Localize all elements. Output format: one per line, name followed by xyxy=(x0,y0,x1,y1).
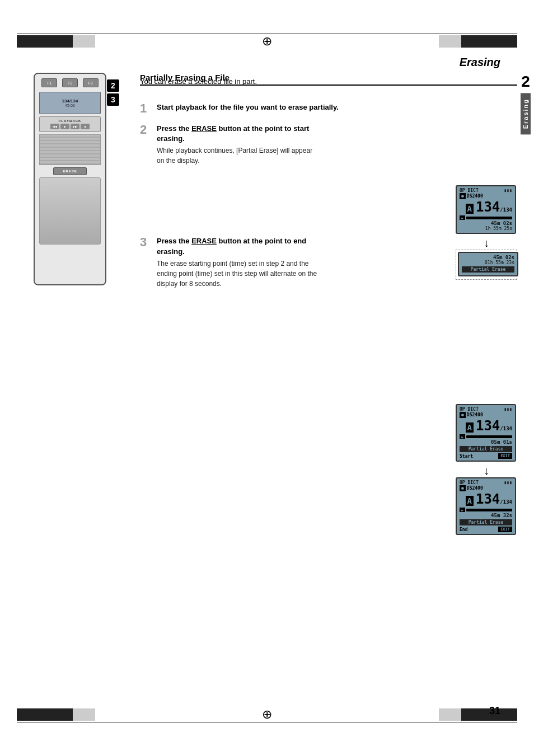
lcd-battery-1: ▮▮▮ xyxy=(504,188,512,193)
main-content: Partially Erasing a File 2 3 F1 F2 F8 13… xyxy=(17,73,517,706)
header-crosshair xyxy=(259,34,275,49)
erase-keyword-2: ERASE xyxy=(191,124,217,133)
step-3-number: 3 xyxy=(140,236,151,248)
checker-block xyxy=(439,708,450,721)
lcd-folder-letter-3: A xyxy=(466,496,474,506)
device-top-buttons: F1 F2 F8 xyxy=(35,74,105,90)
step-3-title: Press the ERASE button at the point to e… xyxy=(157,236,319,256)
lcd-folder-box-1: ● xyxy=(460,193,466,199)
lcd-device-1: DS2400 xyxy=(467,194,483,199)
lcd-time-4: 45m 32s xyxy=(460,513,512,518)
step-3-desc: The erase starting point (time) set in s… xyxy=(157,259,319,289)
arrow-down-2: ↓ xyxy=(456,465,517,476)
lcd-time-2: 1h 55m 25s xyxy=(460,226,512,231)
lcd-indicator-3: ▶ xyxy=(460,508,512,512)
page-number: 31 xyxy=(489,705,500,717)
lcd-folder-letter-2: A xyxy=(466,422,474,433)
header-bar xyxy=(17,34,517,49)
lcd-screen-2: OP DICT ▮▮▮ ● DS2400 A 134 /134 xyxy=(456,404,516,462)
step-2-content: Press the ERASE button at the point to s… xyxy=(157,124,319,166)
device-badge-2: 2 xyxy=(107,79,119,92)
chapter-sidebar: 2 Erasing xyxy=(517,73,534,706)
right-column: You can erase a selected file in part. 1… xyxy=(140,73,517,298)
step-1-number: 1 xyxy=(140,102,151,115)
checker-block xyxy=(84,35,95,48)
device-container: 2 3 F1 F2 F8 134/134 45:02 PLAY xyxy=(22,73,118,308)
playback-label: PLAYBACK xyxy=(42,119,98,123)
device-btn-f1: F1 xyxy=(41,78,57,87)
checker-block xyxy=(73,708,84,721)
lcd-time-val-2: 1h 55m 25s xyxy=(485,226,512,231)
step-3-displays: OP DICT ▮▮▮ ● DS2400 A 134 /134 xyxy=(456,404,517,538)
lcd-number-2: 134 xyxy=(476,418,500,434)
checker-block xyxy=(506,35,517,48)
step-1: 1 Start playback for the file you want t… xyxy=(140,102,517,115)
lcd-folder-box-3: ● xyxy=(460,485,466,491)
lcd-number-3: 134 xyxy=(476,491,500,507)
step-2-number: 2 xyxy=(140,124,151,136)
lcd-time-3: 05m 01s xyxy=(460,439,512,445)
checker-block xyxy=(17,35,28,48)
lcd-screen-3: OP DICT ▮▮▮ ● DS2400 A 134 /134 xyxy=(456,477,516,535)
lcd-start-row: Start EXIT xyxy=(460,453,512,459)
checker-block xyxy=(28,35,39,48)
ctrl-play: ▶ xyxy=(60,124,69,129)
lcd-op-dict-1: OP DICT xyxy=(460,188,479,193)
lcd-indicator-2: ▶ xyxy=(460,434,512,439)
lcd-top-row-3: OP DICT ▮▮▮ xyxy=(460,480,512,485)
intro-text: You can erase a selected file in part. xyxy=(140,77,517,86)
lcd-indicator-box-1: ▶ xyxy=(460,215,465,220)
device-erase-button: ERASE xyxy=(53,167,87,175)
checker-block xyxy=(495,35,506,48)
lcd-progress-2 xyxy=(466,435,512,438)
step-3-content: Press the ERASE button at the point to e… xyxy=(157,236,319,288)
checker-block xyxy=(472,35,484,48)
lcd-time-val-1: 45m 02s xyxy=(491,220,512,226)
left-column: 2 3 F1 F2 F8 134/134 45:02 PLAY xyxy=(17,73,129,706)
lcd-indicator-1: ▶ xyxy=(460,215,512,220)
device-btn-f8: F8 xyxy=(83,78,99,87)
checker-block xyxy=(73,35,84,48)
lcd-start-label: Start xyxy=(460,454,473,459)
checker-block xyxy=(39,708,50,721)
ctrl-stop: ■ xyxy=(81,124,90,129)
lcd-total-3: /134 xyxy=(500,499,512,505)
lcd-op-dict-2: OP DICT xyxy=(460,407,479,412)
checker-block xyxy=(450,35,461,48)
lcd-end-label: End xyxy=(460,527,467,532)
chapter-text-vertical: Erasing xyxy=(521,93,531,134)
checker-block xyxy=(428,708,439,721)
lcd-exit-btn-1: EXIT xyxy=(498,453,512,459)
lcd-screen-1: OP DICT ▮▮▮ ● DS2400 A 134 /134 xyxy=(456,185,516,234)
device-screen: 134/134 45:02 xyxy=(39,92,101,114)
device-bottom xyxy=(39,177,101,245)
checker-block xyxy=(506,708,517,721)
ctrl-ff: ▶▶ xyxy=(71,124,79,129)
lcd-end-row: End EXIT xyxy=(460,527,512,532)
device-body: 2 3 F1 F2 F8 134/134 45:02 PLAY xyxy=(34,73,106,285)
checker-block xyxy=(484,35,495,48)
checker-block xyxy=(461,708,472,721)
step-2-desc: While playback continues, [Partial Erase… xyxy=(157,145,319,166)
checker-block xyxy=(62,35,73,48)
checker-block xyxy=(450,708,461,721)
lcd-total-2: /134 xyxy=(500,426,512,431)
device-grid xyxy=(39,134,101,165)
lcd-top-row-1: OP DICT ▮▮▮ xyxy=(460,188,512,193)
lcd-folder-box-2: ● xyxy=(460,412,466,418)
lcd-device-2: DS2400 xyxy=(467,412,483,417)
erase-keyword-3: ERASE xyxy=(191,237,217,245)
checker-block xyxy=(50,35,62,48)
step-2: 2 Press the ERASE button at the point to… xyxy=(140,124,517,166)
device-playback-section: PLAYBACK ◀◀ ▶ ▶▶ ■ xyxy=(39,116,101,132)
checker-block xyxy=(95,708,106,721)
checker-right xyxy=(428,35,517,48)
footer-checker-right xyxy=(428,708,517,721)
checker-block xyxy=(439,35,450,48)
lcd-folder-2: ● DS2400 xyxy=(460,412,512,418)
checker-block xyxy=(84,708,95,721)
page-title: Erasing xyxy=(460,56,500,69)
playback-controls: ◀◀ ▶ ▶▶ ■ xyxy=(42,124,98,129)
lcd-top-row-2: OP DICT ▮▮▮ xyxy=(460,407,512,412)
chapter-number: 2 xyxy=(521,73,530,91)
